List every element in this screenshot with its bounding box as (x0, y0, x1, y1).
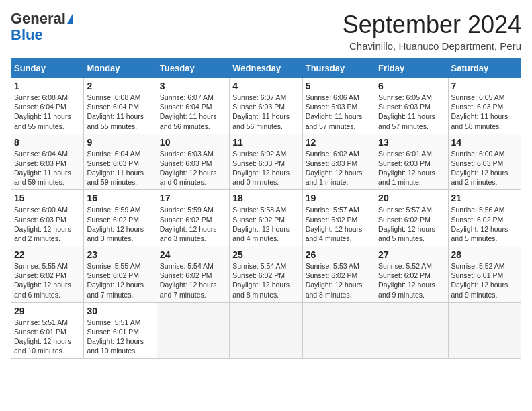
calendar-cell (375, 302, 448, 359)
day-number: 23 (87, 249, 153, 260)
day-number: 25 (232, 249, 299, 260)
calendar-cell: 2 Sunrise: 6:08 AMSunset: 6:04 PMDayligh… (84, 78, 157, 134)
day-number: 13 (378, 137, 445, 148)
col-header-wednesday: Wednesday (230, 59, 302, 78)
col-header-friday: Friday (375, 59, 448, 78)
location-title: Chavinillo, Huanuco Department, Peru (343, 40, 521, 52)
day-detail: Sunrise: 6:08 AMSunset: 6:04 PMDaylight:… (87, 93, 153, 131)
calendar-cell: 14 Sunrise: 6:00 AMSunset: 6:03 PMDaylig… (448, 134, 521, 190)
day-detail: Sunrise: 6:01 AMSunset: 6:03 PMDaylight:… (378, 149, 445, 187)
day-detail: Sunrise: 5:53 AMSunset: 6:02 PMDaylight:… (306, 261, 372, 300)
calendar-cell: 30 Sunrise: 5:51 AMSunset: 6:01 PMDaylig… (84, 302, 157, 359)
day-detail: Sunrise: 6:03 AMSunset: 6:03 PMDaylight:… (160, 149, 226, 187)
calendar-cell: 23 Sunrise: 5:55 AMSunset: 6:02 PMDaylig… (84, 246, 157, 303)
week-row-5: 29 Sunrise: 5:51 AMSunset: 6:01 PMDaylig… (11, 302, 521, 359)
day-detail: Sunrise: 6:00 AMSunset: 6:03 PMDaylight:… (451, 149, 518, 187)
day-detail: Sunrise: 5:59 AMSunset: 6:02 PMDaylight:… (160, 205, 226, 243)
day-detail: Sunrise: 5:59 AMSunset: 6:02 PMDaylight:… (87, 205, 153, 243)
logo-general: General (11, 11, 66, 27)
day-number: 6 (378, 81, 445, 91)
day-number: 11 (232, 137, 299, 148)
calendar-cell: 12 Sunrise: 6:02 AMSunset: 6:03 PMDaylig… (302, 134, 375, 190)
header: General Blue September 2024 Chavinillo, … (11, 11, 521, 52)
calendar-cell: 25 Sunrise: 5:54 AMSunset: 6:02 PMDaylig… (230, 246, 302, 303)
day-detail: Sunrise: 5:52 AMSunset: 6:01 PMDaylight:… (451, 261, 518, 300)
day-detail: Sunrise: 6:02 AMSunset: 6:03 PMDaylight:… (232, 149, 299, 187)
calendar-cell: 29 Sunrise: 5:51 AMSunset: 6:01 PMDaylig… (11, 302, 84, 359)
calendar-cell: 24 Sunrise: 5:54 AMSunset: 6:02 PMDaylig… (157, 246, 229, 303)
day-number: 3 (160, 81, 226, 91)
day-number: 7 (451, 81, 518, 91)
day-number: 18 (232, 193, 299, 203)
day-number: 12 (306, 137, 372, 148)
calendar-cell: 18 Sunrise: 5:58 AMSunset: 6:02 PMDaylig… (230, 190, 302, 246)
day-detail: Sunrise: 6:04 AMSunset: 6:03 PMDaylight:… (14, 149, 81, 187)
day-number: 8 (14, 137, 81, 148)
calendar-cell (230, 302, 302, 359)
day-detail: Sunrise: 6:05 AMSunset: 6:03 PMDaylight:… (451, 93, 518, 131)
calendar-cell: 9 Sunrise: 6:04 AMSunset: 6:03 PMDayligh… (84, 134, 157, 190)
logo: General Blue (11, 11, 73, 43)
calendar-table: SundayMondayTuesdayWednesdayThursdayFrid… (11, 58, 521, 359)
day-number: 15 (14, 193, 81, 203)
calendar-cell: 26 Sunrise: 5:53 AMSunset: 6:02 PMDaylig… (302, 246, 375, 303)
day-detail: Sunrise: 6:07 AMSunset: 6:03 PMDaylight:… (232, 93, 299, 131)
day-number: 19 (306, 193, 372, 203)
week-row-1: 1 Sunrise: 6:08 AMSunset: 6:04 PMDayligh… (11, 78, 521, 134)
calendar-cell: 17 Sunrise: 5:59 AMSunset: 6:02 PMDaylig… (157, 190, 229, 246)
day-number: 30 (87, 306, 153, 316)
calendar-cell: 28 Sunrise: 5:52 AMSunset: 6:01 PMDaylig… (448, 246, 521, 303)
logo-triangle-icon (67, 14, 73, 24)
calendar-cell: 6 Sunrise: 6:05 AMSunset: 6:03 PMDayligh… (375, 78, 448, 134)
calendar-cell: 13 Sunrise: 6:01 AMSunset: 6:03 PMDaylig… (375, 134, 448, 190)
calendar-cell: 8 Sunrise: 6:04 AMSunset: 6:03 PMDayligh… (11, 134, 84, 190)
calendar-cell (302, 302, 375, 359)
day-detail: Sunrise: 5:52 AMSunset: 6:02 PMDaylight:… (378, 261, 445, 300)
calendar-cell: 21 Sunrise: 5:56 AMSunset: 6:02 PMDaylig… (448, 190, 521, 246)
week-row-4: 22 Sunrise: 5:55 AMSunset: 6:02 PMDaylig… (11, 246, 521, 303)
day-number: 22 (14, 249, 81, 260)
col-header-saturday: Saturday (448, 59, 521, 78)
col-header-sunday: Sunday (11, 59, 84, 78)
logo-blue: Blue (11, 27, 43, 43)
day-detail: Sunrise: 6:04 AMSunset: 6:03 PMDaylight:… (87, 149, 153, 187)
calendar-cell: 16 Sunrise: 5:59 AMSunset: 6:02 PMDaylig… (84, 190, 157, 246)
day-detail: Sunrise: 5:58 AMSunset: 6:02 PMDaylight:… (232, 205, 299, 243)
day-detail: Sunrise: 6:02 AMSunset: 6:03 PMDaylight:… (306, 149, 372, 187)
week-row-3: 15 Sunrise: 6:00 AMSunset: 6:03 PMDaylig… (11, 190, 521, 246)
col-header-monday: Monday (84, 59, 157, 78)
month-title: September 2024 (343, 11, 521, 39)
day-number: 21 (451, 193, 518, 203)
col-header-tuesday: Tuesday (157, 59, 229, 78)
calendar-cell: 11 Sunrise: 6:02 AMSunset: 6:03 PMDaylig… (230, 134, 302, 190)
day-number: 27 (378, 249, 445, 260)
day-number: 10 (160, 137, 226, 148)
calendar-cell: 3 Sunrise: 6:07 AMSunset: 6:04 PMDayligh… (157, 78, 229, 134)
day-detail: Sunrise: 5:57 AMSunset: 6:02 PMDaylight:… (378, 205, 445, 243)
day-number: 5 (306, 81, 372, 91)
calendar-cell: 10 Sunrise: 6:03 AMSunset: 6:03 PMDaylig… (157, 134, 229, 190)
calendar-cell: 1 Sunrise: 6:08 AMSunset: 6:04 PMDayligh… (11, 78, 84, 134)
week-row-2: 8 Sunrise: 6:04 AMSunset: 6:03 PMDayligh… (11, 134, 521, 190)
calendar-cell: 19 Sunrise: 5:57 AMSunset: 6:02 PMDaylig… (302, 190, 375, 246)
calendar-cell (157, 302, 229, 359)
day-number: 16 (87, 193, 153, 203)
day-number: 24 (160, 249, 226, 260)
calendar-cell (448, 302, 521, 359)
calendar-cell: 7 Sunrise: 6:05 AMSunset: 6:03 PMDayligh… (448, 78, 521, 134)
day-detail: Sunrise: 5:57 AMSunset: 6:02 PMDaylight:… (306, 205, 372, 243)
day-detail: Sunrise: 6:07 AMSunset: 6:04 PMDaylight:… (160, 93, 226, 131)
header-row: SundayMondayTuesdayWednesdayThursdayFrid… (11, 59, 521, 78)
day-number: 28 (451, 249, 518, 260)
day-detail: Sunrise: 6:08 AMSunset: 6:04 PMDaylight:… (14, 93, 81, 131)
day-detail: Sunrise: 5:56 AMSunset: 6:02 PMDaylight:… (451, 205, 518, 243)
calendar-cell: 20 Sunrise: 5:57 AMSunset: 6:02 PMDaylig… (375, 190, 448, 246)
day-number: 29 (14, 306, 81, 316)
day-detail: Sunrise: 5:54 AMSunset: 6:02 PMDaylight:… (232, 261, 299, 300)
day-detail: Sunrise: 5:51 AMSunset: 6:01 PMDaylight:… (87, 318, 153, 356)
day-number: 17 (160, 193, 226, 203)
day-number: 26 (306, 249, 372, 260)
day-number: 1 (14, 81, 81, 91)
calendar-cell: 15 Sunrise: 6:00 AMSunset: 6:03 PMDaylig… (11, 190, 84, 246)
title-area: September 2024 Chavinillo, Huanuco Depar… (343, 11, 521, 52)
